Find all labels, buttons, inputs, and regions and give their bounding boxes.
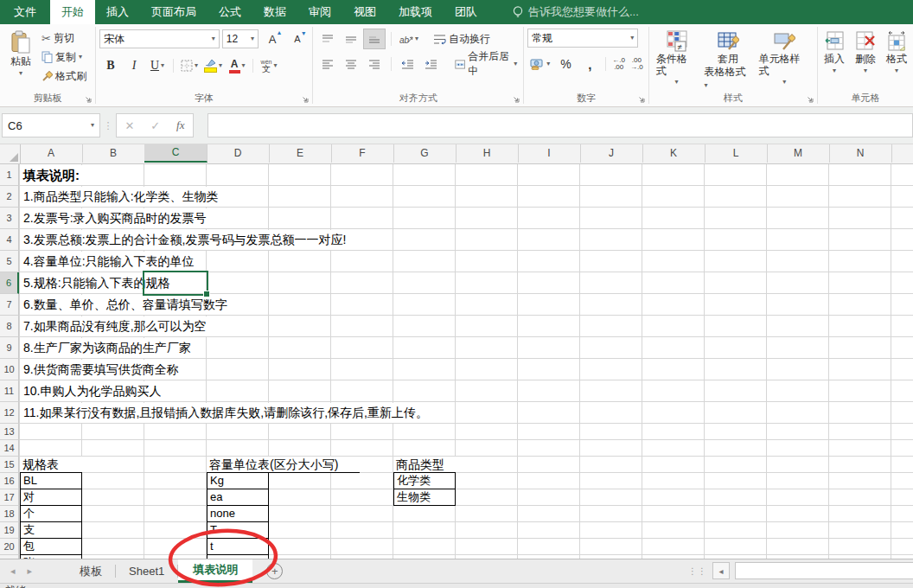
ribbon-tab-0[interactable]: 开始 [50,0,95,24]
cut-button[interactable]: ✂ 剪切 [40,29,88,48]
row-header-18[interactable]: 18 [0,506,19,522]
column-header-C[interactable]: C [144,144,208,163]
row-header-9[interactable]: 9 [0,337,19,359]
ribbon-tab-2[interactable]: 页面布局 [140,0,208,24]
conditional-formatting-button[interactable]: ≠ 条件格式 ▾ [653,29,701,86]
row-header-4[interactable]: 4 [0,229,19,251]
phonetic-guide-button[interactable]: wén 文 ▾ [258,55,280,76]
increase-indent-button[interactable] [420,54,443,74]
decrease-indent-button[interactable] [397,54,419,74]
ribbon-tab-5[interactable]: 审阅 [297,0,342,24]
name-box[interactable]: C6 ▾ [2,113,100,137]
ribbon-tab-3[interactable]: 公式 [208,0,252,24]
clipboard-dialog-launcher[interactable] [84,95,93,104]
fill-color-button[interactable]: ▾ [201,55,225,76]
column-header-H[interactable]: H [456,144,519,163]
column-header-M[interactable]: M [767,144,830,163]
column-header-G[interactable]: G [393,144,456,163]
delete-cells-button[interactable]: 删除 ▾ [852,29,878,74]
merge-center-button[interactable]: 合并后居中 ▾ [452,54,520,74]
ribbon-tab-4[interactable]: 数据 [252,0,297,24]
column-header-D[interactable]: D [207,144,270,163]
horizontal-scrollbar-thumb[interactable] [735,562,913,579]
font-color-button[interactable]: A ▾ [226,55,248,76]
column-header-B[interactable]: B [82,144,145,163]
align-right-button[interactable] [363,54,386,74]
tell-me-box[interactable]: 告诉我您想要做什么... [513,0,639,24]
fill-handle[interactable] [203,291,210,297]
insert-function-icon[interactable]: fx [176,118,184,132]
sheet-tab-2[interactable]: 填表说明 [178,559,252,583]
column-header-I[interactable]: I [518,144,581,163]
sheet-tab-1[interactable]: Sheet1 [116,559,177,583]
insert-cells-button[interactable]: 插入 ▾ [821,29,847,74]
row-header-16[interactable]: 16 [0,473,19,489]
ribbon-tab-1[interactable]: 插入 [95,0,140,24]
sheet-tab-0[interactable]: 模板 [67,559,115,583]
format-cells-button[interactable]: 格式 ▾ [884,29,910,74]
file-tab[interactable]: 文件 [0,0,50,24]
orientation-button[interactable]: ab ▾ [397,29,421,49]
accounting-format-button[interactable]: ▾ [527,54,552,74]
decrease-decimal-button[interactable]: .00→.0 [629,55,645,73]
row-header-14[interactable]: 14 [0,440,19,457]
font-name-combo[interactable]: 宋体▾ [99,29,220,48]
cancel-entry-icon[interactable]: ✕ [124,119,134,132]
row-header-13[interactable]: 13 [0,424,19,440]
underline-button[interactable]: U▾ [146,55,169,76]
column-header-F[interactable]: F [331,144,394,163]
italic-button[interactable]: I [123,55,145,76]
row-header-10[interactable]: 10 [0,359,19,380]
paste-button[interactable]: 粘贴 ▾ [3,29,38,77]
row-header-5[interactable]: 5 [0,251,19,272]
column-header-E[interactable]: E [269,144,332,163]
shrink-font-button[interactable]: A▼ [286,29,309,49]
row-header-1[interactable]: 1 [0,164,19,186]
align-top-button[interactable] [316,29,339,49]
align-bottom-button[interactable] [363,29,386,49]
add-sheet-button[interactable]: + [266,559,283,583]
grow-font-button[interactable]: A▲ [261,29,284,49]
scrollbar-splitter[interactable]: ⋮⋮ [688,566,707,576]
column-header-L[interactable]: L [705,144,768,163]
wrap-text-button[interactable]: 自动换行 [431,29,493,48]
select-all-button[interactable] [0,144,21,163]
column-header-N[interactable]: N [829,144,892,163]
grid-body[interactable]: 规格表 容量单位表(区分大小写) 商品类型 123456789101112131… [0,164,913,559]
confirm-entry-icon[interactable]: ✓ [150,119,160,132]
column-header-K[interactable]: K [642,144,706,163]
formula-bar-splitter[interactable]: ⋮ [100,120,116,131]
copy-button[interactable]: 复制 ▾ [40,48,88,67]
row-header-21[interactable]: 21 [0,555,19,559]
alignment-dialog-launcher[interactable] [512,95,520,104]
row-header-3[interactable]: 3 [0,208,19,229]
borders-button[interactable]: ▾ [178,55,201,76]
ribbon-tab-7[interactable]: 加载项 [387,0,444,24]
styles-dialog-launcher[interactable] [806,95,814,104]
row-header-2[interactable]: 2 [0,186,19,208]
align-middle-button[interactable] [340,29,362,49]
format-painter-button[interactable]: 格式刷 [40,67,88,86]
row-header-20[interactable]: 20 [0,539,19,555]
row-header-15[interactable]: 15 [0,457,19,473]
increase-decimal-button[interactable]: ←.0.00 [610,55,627,73]
percent-style-button[interactable]: % [554,54,577,74]
font-dialog-launcher[interactable] [301,95,310,104]
scroll-left-button[interactable]: ◂ [712,562,730,579]
cell-styles-button[interactable]: 单元格样式 ▾ [755,29,814,86]
format-as-table-button[interactable]: 套用 表格格式 ▾ [700,29,755,90]
bold-button[interactable]: B [99,55,122,76]
row-header-8[interactable]: 8 [0,316,19,337]
ribbon-tab-8[interactable]: 团队 [444,0,488,24]
column-header-J[interactable]: J [580,144,643,163]
formula-input[interactable] [208,113,913,137]
align-center-button[interactable] [340,54,362,74]
number-format-combo[interactable]: 常规▾ [527,29,638,48]
row-header-6[interactable]: 6 [0,272,19,294]
row-header-17[interactable]: 17 [0,489,19,506]
row-header-19[interactable]: 19 [0,522,19,539]
font-size-combo[interactable]: 12▾ [222,29,259,48]
column-header-A[interactable]: A [20,144,83,163]
row-header-11[interactable]: 11 [0,380,19,402]
previous-sheet-button[interactable]: ◂ [10,566,16,577]
